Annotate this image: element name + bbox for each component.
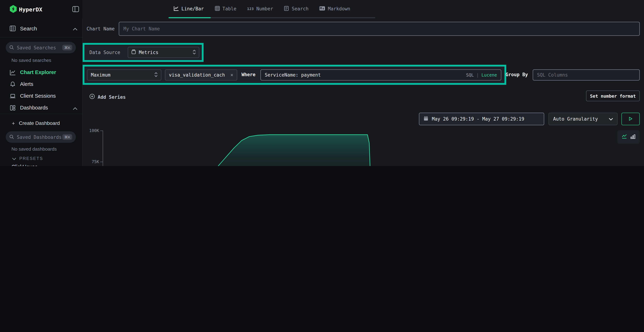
chart-name-label: Chart Name (86, 26, 115, 32)
aggregation-select[interactable]: Maximum (87, 70, 161, 80)
section-search[interactable]: Search (0, 24, 82, 33)
chevron-up-icon (73, 104, 77, 111)
divider (0, 37, 82, 38)
search-section-icon (10, 25, 16, 31)
number-123-icon: 123 (247, 7, 254, 11)
sidebar-item-alerts[interactable]: Alerts (0, 80, 82, 89)
mode-separator: | (476, 72, 479, 78)
date-range-value: May 26 09:29:19 - May 27 09:29:19 (432, 116, 524, 122)
sidebar-item-label: Alerts (20, 81, 33, 87)
data-source-select[interactable]: Metrics (128, 47, 199, 58)
presets-label: PRESETS (19, 156, 43, 161)
bell-icon (10, 81, 16, 87)
where-value: ServiceName: payment (265, 72, 466, 78)
sidebar-item-client-sessions[interactable]: Client Sessions (0, 91, 82, 100)
bar-display-icon (630, 134, 636, 140)
chevron-up-icon (73, 25, 77, 32)
hyperdx-app: HyperDX Search Saved Searches ⌘K No save… (0, 0, 644, 166)
group-by-label: Group By (506, 72, 528, 77)
y-tick-label: 100K (83, 128, 99, 133)
shortcut-badge: ⌘K (62, 45, 72, 50)
hyperdx-logo-icon (10, 5, 17, 14)
database-icon (131, 49, 136, 56)
saved-searches-input[interactable]: Saved Searches ⌘K (6, 42, 76, 53)
presets-section[interactable]: PRESETS (12, 155, 43, 162)
sql-mode-toggle[interactable]: SQL (466, 72, 474, 78)
tab-label: Line/Bar (182, 6, 204, 12)
create-dashboard-button[interactable]: + Create Dashboard (0, 118, 82, 128)
tab-line-bar[interactable]: Line/Bar (174, 6, 204, 12)
saved-dashboards-input[interactable]: Saved Dashboards ⌘K (6, 131, 76, 143)
tab-search[interactable]: Search (284, 6, 308, 12)
add-series-button[interactable]: Add Series (90, 94, 126, 100)
shortcut-badge: ⌘K (62, 134, 72, 140)
data-source-row: Data Source Metrics (84, 45, 202, 60)
tab-number[interactable]: 123 Number (247, 6, 273, 12)
sidebar: HyperDX Search Saved Searches ⌘K No save… (0, 0, 83, 166)
select-chevrons-icon (193, 50, 196, 55)
series-area (103, 135, 628, 166)
sidebar-item-label: Client Sessions (20, 93, 56, 99)
metric-tag-value: visa_validation_cach (169, 72, 227, 78)
calendar-icon (424, 116, 428, 122)
where-label: Where (242, 72, 256, 77)
tab-table[interactable]: Table (214, 6, 236, 12)
tab-markdown[interactable]: Markdown (319, 6, 350, 12)
group-by-placeholder: SQL Columns (537, 72, 568, 78)
app-title: HyperDX (19, 6, 42, 13)
y-tick-mark (100, 162, 103, 162)
search-doc-icon (284, 6, 289, 12)
select-chevrons-icon (154, 72, 158, 78)
section-search-label: Search (20, 25, 37, 31)
tab-label: Table (222, 6, 236, 12)
close-icon[interactable]: × (230, 72, 233, 78)
tab-label: Search (292, 6, 308, 12)
create-dashboard-label: Create Dashboard (19, 120, 60, 126)
active-tab-indicator (168, 17, 211, 18)
run-query-button[interactable] (622, 113, 640, 125)
lucene-mode-toggle[interactable]: Lucene (482, 72, 497, 78)
group-by-input[interactable]: SQL Columns (533, 70, 640, 80)
chart-name-placeholder: My Chart Name (124, 26, 160, 32)
search-icon (9, 44, 14, 51)
timeseries-chart[interactable] (103, 130, 628, 166)
markdown-icon (319, 6, 326, 12)
search-icon (9, 134, 14, 140)
saved-searches-placeholder: Saved Searches (17, 45, 62, 50)
tab-label: Number (256, 6, 273, 12)
where-input[interactable]: ServiceName: payment SQL | Lucene (260, 70, 501, 80)
granularity-select[interactable]: Auto Granularity (548, 113, 618, 125)
laptop-icon (10, 93, 16, 99)
data-source-value: Metrics (139, 50, 190, 55)
plus-icon: + (12, 120, 15, 126)
sidebar-item-label: Dashboards (20, 105, 48, 110)
preset-clickhouse[interactable]: ClickHouse (12, 164, 38, 166)
chevron-down-icon (609, 116, 613, 122)
chart-name-input[interactable]: My Chart Name (119, 22, 640, 36)
metric-tag[interactable]: visa_validation_cach × (165, 70, 237, 80)
set-number-format-button[interactable]: Set number format (586, 90, 640, 101)
aggregation-value: Maximum (91, 72, 154, 78)
data-source-label: Data Source (90, 50, 120, 55)
dashboards-icon (10, 105, 16, 111)
play-icon (628, 116, 632, 122)
no-saved-searches-text: No saved searches (12, 58, 51, 63)
tab-label: Markdown (328, 6, 350, 12)
no-saved-dashboards-text: No saved dashboards (12, 146, 57, 152)
add-series-label: Add Series (98, 94, 126, 100)
saved-dashboards-placeholder: Saved Dashboards (17, 134, 62, 140)
sidebar-item-label: Chart Explorer (20, 70, 56, 75)
line-chart-icon (174, 6, 179, 12)
table-icon (214, 6, 220, 12)
plus-circle-icon (90, 94, 95, 100)
chart-type-tabbar: Line/Bar Table 123 Number Search Markdow… (82, 0, 644, 18)
chart-explorer-icon (10, 69, 16, 75)
sidebar-item-chart-explorer[interactable]: Chart Explorer (0, 68, 82, 77)
divider (0, 114, 82, 114)
series-row: Maximum visa_validation_cach × Where Ser… (84, 66, 504, 83)
granularity-value: Auto Granularity (553, 116, 609, 122)
date-range-picker[interactable]: May 26 09:29:19 - May 27 09:29:19 (419, 113, 544, 125)
y-tick-label: 75K (83, 159, 99, 164)
sidebar-item-dashboards[interactable]: Dashboards (0, 103, 82, 112)
collapse-sidebar-icon[interactable] (72, 6, 79, 14)
